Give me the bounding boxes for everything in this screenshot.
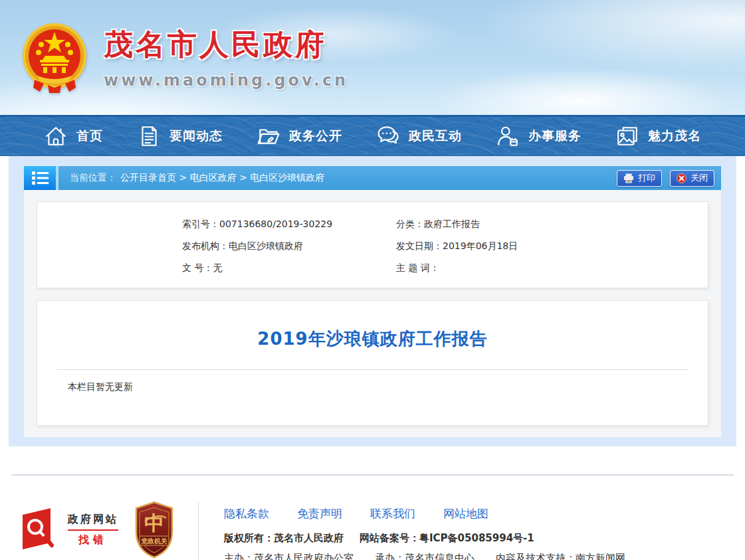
dotted-divider [57, 369, 688, 370]
empty-notice: 本栏目暂无更新 [57, 381, 688, 393]
meta-doc-number: 文 号：无 [37, 257, 396, 279]
service-person-icon [496, 124, 520, 148]
footer-vertical-divider [198, 502, 199, 560]
close-button[interactable]: 关闭 [670, 170, 714, 187]
nav-item-interaction[interactable]: 政民互动 [376, 124, 462, 148]
national-emblem-icon [21, 23, 88, 93]
chat-icon [376, 124, 400, 148]
content-wrapper: 当前位置： 公开目录首页 > 电白区政府 > 电白区沙琅镇政府 打印 关闭 [9, 156, 736, 446]
folder-icon [257, 124, 280, 148]
nav-label: 首页 [76, 128, 103, 145]
nav-item-services[interactable]: 办事服务 [496, 124, 582, 148]
print-button-label: 打印 [638, 172, 655, 184]
news-icon [137, 124, 161, 148]
nav-label: 要闻动态 [169, 128, 223, 145]
organizer-text: 承办：茂名市信息中心 [375, 552, 475, 560]
catalog-list-button[interactable] [24, 166, 58, 190]
contact-link[interactable]: 联系我们 [370, 506, 415, 521]
nav-item-charm[interactable]: 魅力茂名 [615, 124, 701, 148]
printer-icon [623, 173, 634, 183]
breadcrumb-path[interactable]: 公开目录首页 > 电白区政府 > 电白区沙琅镇政府 [120, 172, 324, 184]
photos-icon [615, 124, 639, 148]
meta-keywords: 主 题 词： [396, 257, 708, 279]
meta-publisher: 发布机构：电白区沙琅镇政府 [37, 235, 396, 257]
list-icon [31, 170, 49, 186]
error-badge-line1: 政府网站 [68, 513, 118, 531]
print-button[interactable]: 打印 [617, 170, 662, 187]
website-error-report-badge[interactable]: 政府网站 找错 [20, 507, 118, 553]
meta-publish-date: 发文日期：2019年06月18日 [396, 235, 708, 257]
nav-label: 政务公开 [289, 128, 342, 145]
site-url: www.maoming.gov.cn [104, 71, 348, 90]
svg-text:中: 中 [144, 512, 164, 535]
site-logo[interactable]: 茂名市人民政府 www.maoming.gov.cn [21, 23, 348, 93]
copyright-text: 版权所有：茂名市人民政府 [224, 532, 344, 545]
error-report-flag-icon [20, 507, 62, 553]
party-badge-label: 党政机关 [141, 537, 167, 545]
footer: 政府网站 找错 中 党政机关 隐私条款 免责声明 联系我们 网站地图 [0, 476, 745, 560]
main-nav: 首页 要闻动态 政务公开 政民互动 办事服务 [0, 115, 745, 156]
icp-number: 网站备案号：粤ICP备05085994号-1 [360, 532, 534, 545]
document-metadata-card: 索引号：007136680/2019-30229 分类：政府工作报告 发布机构：… [37, 201, 708, 288]
party-government-badge[interactable]: 中 党政机关 [133, 501, 175, 559]
host-text: 主办：茂名市人民政府办公室 [224, 552, 354, 560]
site-name: 茂名市人民政府 [104, 25, 348, 64]
article-title: 2019年沙琅镇政府工作报告 [57, 327, 688, 351]
privacy-link[interactable]: 隐私条款 [224, 506, 269, 521]
nav-item-home[interactable]: 首页 [44, 124, 103, 148]
nav-item-gov-affairs[interactable]: 政务公开 [257, 124, 342, 148]
disclaimer-link[interactable]: 免责声明 [297, 506, 342, 521]
breadcrumb-bar: 当前位置： 公开目录首页 > 电白区政府 > 电白区沙琅镇政府 打印 关闭 [24, 166, 721, 190]
meta-category: 分类：政府工作报告 [396, 213, 708, 235]
close-button-label: 关闭 [691, 172, 708, 184]
meta-index-number: 索引号：007136680/2019-30229 [37, 213, 396, 235]
breadcrumb-label: 当前位置： [70, 172, 116, 184]
sitemap-link[interactable]: 网站地图 [443, 506, 488, 521]
nav-label: 政民互动 [409, 128, 462, 145]
nav-label: 办事服务 [528, 128, 582, 145]
site-header: 茂名市人民政府 www.maoming.gov.cn [0, 0, 745, 115]
home-icon [44, 124, 68, 148]
close-icon [677, 173, 687, 183]
error-badge-line2: 找错 [68, 533, 118, 547]
main-content: 索引号：007136680/2019-30229 分类：政府工作报告 发布机构：… [24, 190, 721, 437]
nav-item-news[interactable]: 要闻动态 [137, 124, 223, 148]
article-card: 2019年沙琅镇政府工作报告 本栏目暂无更新 [37, 300, 708, 426]
nav-label: 魅力茂名 [648, 128, 701, 145]
support-text: 内容及技术支持：南方新闻网 [496, 552, 625, 560]
